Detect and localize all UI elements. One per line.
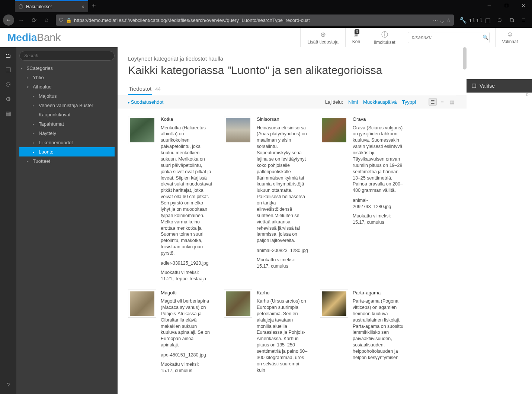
record-thumbnail[interactable] (224, 116, 252, 144)
tab-files[interactable]: Tiedostot (128, 83, 152, 95)
record-card[interactable]: Parta-agama Parta-agama (Pogona vitticep… (320, 290, 405, 377)
tree-exhibition[interactable]: ▸Näyttely (19, 129, 115, 138)
record-thumbnail[interactable] (320, 290, 348, 318)
sort-label: Lajittelu: (325, 99, 343, 105)
cart-badge: 3 (355, 29, 360, 34)
loading-spinner-icon (19, 4, 23, 9)
rail-users-icon[interactable]: ⚇ (6, 81, 11, 88)
tab-title: Hakutulokset (26, 4, 81, 9)
address-bar[interactable]: 🛡 🔒 ⋯ ◡ ☆ (56, 14, 454, 26)
add-files-button[interactable]: ⊕ Lisää tiedostoja (300, 28, 345, 47)
extension-icon[interactable]: ⧉ (506, 14, 517, 26)
cart-button[interactable]: 🗎 3 Kori (345, 28, 367, 47)
record-card[interactable]: Sinisorsan Heinäsorsa eli sinisorsa (Ana… (224, 116, 309, 282)
record-card[interactable]: Kotka Merikotka (Haliaeetus albicilla) o… (128, 116, 213, 282)
search-icon[interactable]: 🔍 (479, 35, 492, 40)
quicksearch-input[interactable] (408, 35, 479, 40)
record-title: Orava (353, 116, 405, 123)
page-subtitle: Löytyneet kategoriat ja tiedostot haulla (128, 55, 456, 62)
record-title: Karhu (257, 290, 309, 296)
record-modified: Muokattu viimeksi: 15.17, cumulus (257, 257, 309, 269)
tab-count: 44 (155, 86, 160, 92)
tab-close-icon[interactable]: × (81, 4, 84, 10)
nav-back-button[interactable]: ← (3, 14, 14, 26)
record-filename: animal-2092793_1280.jpg (353, 197, 405, 210)
rail-settings-icon[interactable]: ⚙ (6, 96, 11, 103)
view-list-icon[interactable]: ≡ (438, 98, 446, 106)
record-thumbnail[interactable] (128, 290, 156, 318)
window-minimize[interactable]: ─ (481, 0, 498, 11)
record-modified: Muokattu viimeksi: 15.17, cumulus (161, 361, 213, 374)
record-title: Parta-agama (353, 290, 405, 296)
record-description: Heinäsorsa eli sinisorsa (Anas platyrhyn… (257, 125, 309, 244)
scrollbar[interactable] (463, 47, 467, 70)
tree-events[interactable]: ▸Tapahtumat (19, 119, 115, 129)
record-thumbnail[interactable] (128, 116, 156, 144)
info-icon: ⓘ (381, 30, 388, 39)
sort-modified[interactable]: Muokkauspäivä (363, 99, 397, 105)
record-description: Orava (Sciurus vulgaris) on jyrsijöiden … (353, 125, 405, 194)
record-filename: ape-450151_1280.jpg (161, 352, 213, 358)
rail-grid-icon[interactable]: ▦ (6, 110, 11, 117)
sidebar-icon[interactable]: ◫ (482, 14, 493, 26)
record-card[interactable]: Magotti Magotti eli berberiapina (Macaca… (128, 290, 213, 377)
selections-button[interactable]: ☺ Valinnat (495, 28, 525, 47)
record-thumbnail[interactable] (320, 116, 348, 144)
upload-icon: ⊕ (320, 30, 326, 39)
nav-forward-button[interactable]: → (16, 14, 27, 26)
library-icon[interactable]: ılıl (470, 14, 481, 26)
new-tab-button[interactable]: + (92, 2, 96, 10)
record-description: Karhu (Ursus arctos) on Euroopan suurimp… (257, 298, 309, 374)
sort-name[interactable]: Nimi (348, 99, 358, 105)
tree-transport[interactable]: ▸Liikennemuodot (19, 138, 115, 147)
select-icon: ❐ (472, 83, 477, 89)
nav-home-button[interactable]: ⌂ (41, 14, 52, 26)
tree-products[interactable]: ▸Tuotteet (19, 156, 115, 166)
record-modified: Muokattu viimeksi: 15.17, cumulus (353, 213, 405, 226)
record-title: Sinisorsan (257, 116, 309, 123)
tree-accommodation[interactable]: ▸Majoitus (19, 91, 115, 101)
window-maximize[interactable]: ☐ (498, 0, 515, 11)
nav-reload-button[interactable]: ⟳ (28, 14, 39, 26)
tree-cityphotos[interactable]: Kaupunkikuvat (19, 110, 115, 119)
tools-icon[interactable]: 🔧 (458, 14, 469, 26)
browser-tab[interactable]: Hakutulokset × (15, 0, 88, 12)
tree-company[interactable]: ▸Yhtiö (19, 73, 115, 82)
pocket-icon[interactable]: ◡ (440, 17, 444, 23)
account-icon[interactable]: ☺ (494, 14, 505, 26)
menu-icon[interactable]: ≡ (518, 14, 529, 26)
record-description: Magotti eli berberiapina (Macaca sylvanu… (161, 298, 213, 348)
more-icon[interactable]: ⋯ (433, 17, 438, 23)
filter-conditions-link[interactable]: Suodatusehdot (128, 99, 163, 105)
record-card[interactable]: Orava Orava (Sciurus vulgaris) on jyrsij… (320, 116, 405, 282)
record-card[interactable]: Karhu Karhu (Ursus arctos) on Euroopan s… (224, 290, 309, 377)
bookmark-icon[interactable]: ☆ (446, 17, 451, 23)
window-close[interactable]: ✕ (515, 0, 532, 11)
record-description: Merikotka (Haliaeetus albicilla) on suur… (161, 125, 213, 256)
tree-boat[interactable]: ▸Veneen valmistaja Buster (19, 101, 115, 110)
tree-nature[interactable]: ▸Luonto (19, 147, 115, 156)
record-thumbnail[interactable] (224, 290, 252, 318)
url-input[interactable] (74, 17, 431, 23)
record-filename: adler-339125_1920.jpg (161, 260, 213, 267)
rail-copy-icon[interactable]: ❐ (6, 67, 11, 74)
tree-root[interactable]: ▾$Categories (19, 64, 115, 73)
shield-icon: 🛡 (59, 17, 64, 23)
lock-icon: 🔒 (66, 17, 72, 23)
record-description: Parta-agama (Pogona vitticeps) on agamie… (353, 298, 405, 361)
rail-help-icon[interactable]: ? (7, 382, 10, 389)
page-title: Kaikki kategoriassa "Luonto" ja sen alik… (128, 64, 456, 77)
view-grid-icon[interactable]: ▦ (448, 98, 456, 106)
app-logo[interactable]: MediaBank (7, 32, 61, 43)
sort-type[interactable]: Tyyppi (402, 99, 416, 105)
tree-topic[interactable]: ▾Aihealue (19, 82, 115, 91)
select-panel-button[interactable]: ❐ Valitse (467, 79, 532, 93)
notifications-button[interactable]: ⓘ Ilmoitukset (367, 28, 402, 47)
sidebar-search-input[interactable] (19, 51, 115, 61)
quicksearch[interactable]: 🔍 (408, 32, 490, 43)
record-title: Magotti (161, 290, 213, 296)
expand-toggle-icon[interactable]: ▷| (526, 92, 531, 97)
user-icon: ☺ (507, 30, 513, 38)
rail-catalog-icon[interactable]: 🗀 (5, 52, 11, 59)
view-details-icon[interactable]: ☰ (429, 98, 437, 106)
